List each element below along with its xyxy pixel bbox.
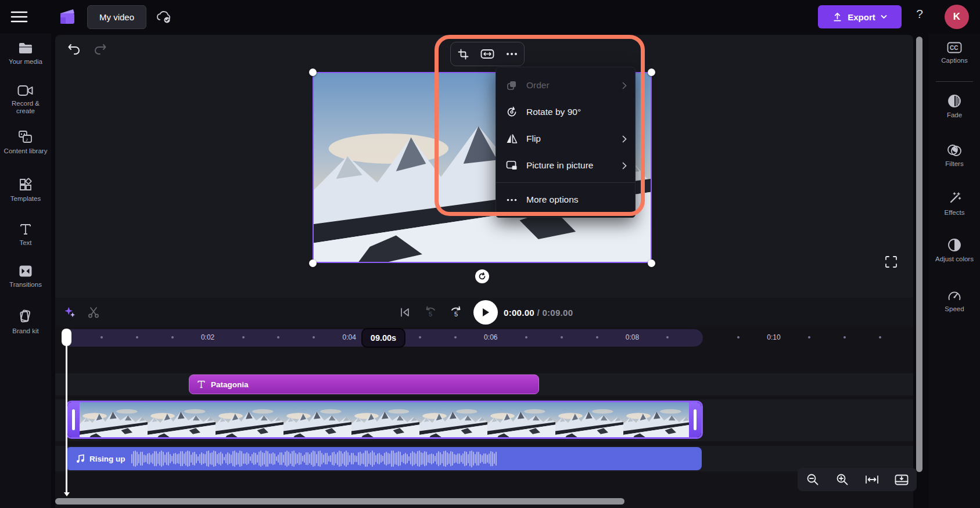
sidebar-label: Content library — [2, 147, 49, 155]
ruler-tick-dot — [596, 336, 598, 338]
fit-width-icon[interactable] — [477, 45, 498, 63]
redo-icon[interactable] — [94, 43, 107, 56]
sidebar-item-transitions[interactable]: Transitions — [0, 265, 51, 289]
fade-icon — [947, 94, 961, 108]
trim-handle-left[interactable] — [67, 402, 80, 437]
music-note-icon — [76, 454, 85, 463]
horizontal-scrollbar[interactable] — [55, 498, 624, 505]
split-scissors-icon[interactable] — [82, 301, 105, 324]
panel-item-adjust-colors[interactable]: Adjust colors — [929, 238, 980, 263]
preview-stage: Order Rotate by 90° Flip — [55, 35, 913, 298]
crop-icon[interactable] — [453, 45, 473, 63]
playhead-handle[interactable] — [62, 329, 71, 346]
panel-item-speed[interactable]: Speed — [929, 289, 980, 313]
filters-icon — [947, 144, 962, 157]
audio-clip-rising-up[interactable]: Rising up — [66, 447, 702, 470]
panel-item-captions[interactable]: CC Captions — [929, 42, 980, 64]
chevron-down-icon — [881, 15, 887, 19]
library-icon: ♪ — [18, 130, 33, 144]
sidebar-item-record-create[interactable]: Record & create — [0, 85, 51, 115]
selection-handle-top-left[interactable] — [309, 69, 317, 76]
flip-icon — [505, 134, 518, 144]
video-thumbnail — [216, 402, 283, 437]
svg-text:CC: CC — [950, 45, 958, 51]
track-size-icon[interactable] — [891, 470, 912, 489]
audio-waveform — [131, 447, 699, 470]
selection-handle-bottom-right[interactable] — [648, 260, 655, 267]
sidebar-item-your-media[interactable]: Your media — [0, 42, 51, 66]
playhead-tip — [64, 492, 70, 496]
sidebar-label: Text — [2, 239, 49, 247]
order-icon — [505, 80, 518, 91]
sidebar-item-templates[interactable]: Templates — [0, 178, 51, 203]
text-track-row: Patagonia — [55, 373, 913, 395]
ruler-tick-dot — [454, 336, 457, 338]
ruler-tick-label: 0:04 — [343, 333, 356, 341]
panel-label: Effects — [931, 209, 978, 217]
avatar[interactable]: K — [945, 5, 969, 29]
ai-suggestions-icon[interactable] — [59, 301, 82, 324]
menu-item-label: Flip — [526, 134, 614, 144]
menu-item-order[interactable]: Order — [496, 72, 635, 99]
ruler-tick-dot — [100, 336, 103, 338]
project-title[interactable]: My video — [87, 5, 146, 29]
ruler-tick-label: 0:10 — [767, 333, 780, 341]
sidebar-item-text[interactable]: Text — [0, 223, 51, 247]
zoom-in-icon[interactable] — [832, 470, 853, 489]
export-button[interactable]: Export — [818, 5, 902, 28]
ruler-tick-dot — [843, 336, 846, 338]
play-button[interactable] — [473, 300, 498, 325]
panel-item-filters[interactable]: Filters — [929, 144, 980, 168]
ruler-tick-dot — [879, 336, 881, 338]
timeline-ruler[interactable]: 0:020:040:060:080:10 09.00s — [55, 328, 913, 348]
brandkit-icon — [19, 309, 33, 324]
audio-track-row: Rising up — [55, 446, 913, 471]
text-clip-patagonia[interactable]: Patagonia — [189, 374, 539, 394]
panel-item-effects[interactable]: Effects — [929, 192, 980, 217]
sidebar-item-brand-kit[interactable]: Brand kit — [0, 309, 51, 335]
speed-icon — [947, 289, 961, 302]
text-clip-icon — [198, 380, 205, 388]
menu-item-more-options[interactable]: More options — [496, 186, 635, 213]
trim-handle-right[interactable] — [689, 402, 701, 437]
clipchamp-logo[interactable] — [57, 6, 78, 27]
zoom-out-icon[interactable] — [802, 470, 823, 489]
forward-5s-icon[interactable]: 5 — [444, 301, 468, 324]
fullscreen-icon[interactable] — [885, 255, 898, 268]
video-thumbnail — [351, 402, 419, 437]
menu-item-rotate-90[interactable]: Rotate by 90° — [496, 99, 635, 125]
more-options-icon — [505, 199, 518, 201]
ruler-tick-dot — [313, 336, 315, 338]
svg-text:5: 5 — [454, 311, 458, 318]
help-button[interactable]: ? — [913, 7, 927, 26]
vertical-scrollbar[interactable] — [916, 37, 922, 472]
sidebar-item-content-library[interactable]: ♪ Content library — [0, 130, 51, 155]
menu-item-picture-in-picture[interactable]: Picture in picture — [496, 152, 635, 179]
panel-item-fade[interactable]: Fade — [929, 94, 980, 119]
undo-icon[interactable] — [67, 43, 81, 56]
ruler-tick-dot — [561, 336, 563, 338]
selection-handle-top-right[interactable] — [648, 69, 655, 76]
ruler-tick-dot — [525, 336, 527, 338]
video-clip-selected[interactable] — [66, 401, 703, 439]
right-sidebar: CC Captions Fade Filters Effects — [929, 34, 980, 508]
export-label: Export — [848, 12, 875, 22]
ruler-tick-dot — [808, 336, 810, 338]
rewind-5s-icon[interactable]: 5 — [419, 301, 442, 324]
skip-to-start-icon[interactable] — [393, 301, 417, 324]
playhead-line — [66, 345, 67, 492]
ellipsis-icon[interactable] — [501, 45, 522, 63]
menu-item-label: Rotate by 90° — [526, 107, 627, 117]
panel-label: Filters — [931, 160, 978, 168]
rotate-handle[interactable] — [475, 269, 489, 283]
fit-timeline-icon[interactable] — [861, 470, 882, 489]
context-menu: Order Rotate by 90° Flip — [496, 67, 636, 218]
menu-item-flip[interactable]: Flip — [496, 125, 635, 152]
current-time: 0:00.00 — [504, 308, 534, 318]
left-sidebar: Your media Record & create ♪ Content lib… — [0, 34, 51, 508]
clipchamp-editor-window: My video Export ? K — [0, 0, 980, 508]
hamburger-menu-icon[interactable] — [10, 10, 28, 24]
menu-item-label: Order — [526, 80, 614, 91]
selection-handle-bottom-left[interactable] — [309, 260, 317, 267]
transitions-icon — [19, 265, 33, 278]
